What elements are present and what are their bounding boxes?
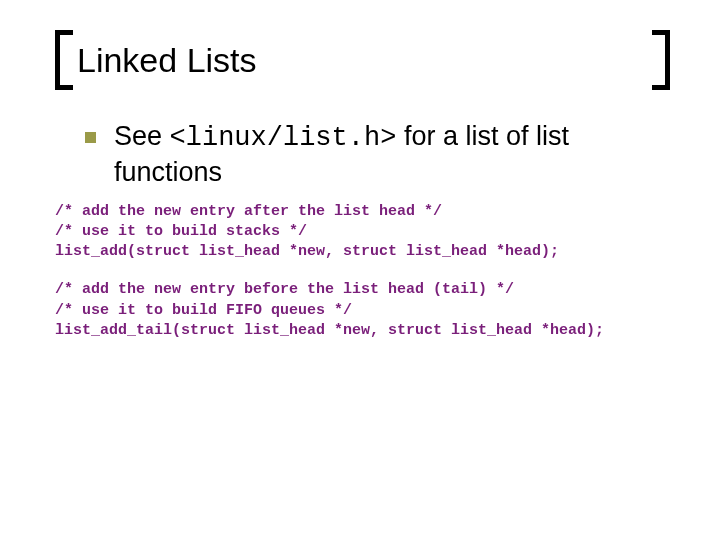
bullet-text-code: <linux/list.h> bbox=[170, 123, 397, 153]
bullet-text: See <linux/list.h> for a list of list fu… bbox=[114, 120, 670, 190]
slide: Linked Lists See <linux/list.h> for a li… bbox=[0, 0, 720, 540]
code-block-2: /* add the new entry before the list hea… bbox=[55, 280, 670, 341]
code-block-1: /* add the new entry after the list head… bbox=[55, 202, 670, 263]
slide-title: Linked Lists bbox=[55, 30, 670, 90]
right-bracket-icon bbox=[652, 30, 670, 90]
square-bullet-icon bbox=[85, 132, 96, 143]
bullet-text-pre: See bbox=[114, 121, 170, 151]
left-bracket-icon bbox=[55, 30, 73, 90]
title-bar: Linked Lists bbox=[55, 30, 670, 90]
bullet-item: See <linux/list.h> for a list of list fu… bbox=[85, 120, 670, 190]
